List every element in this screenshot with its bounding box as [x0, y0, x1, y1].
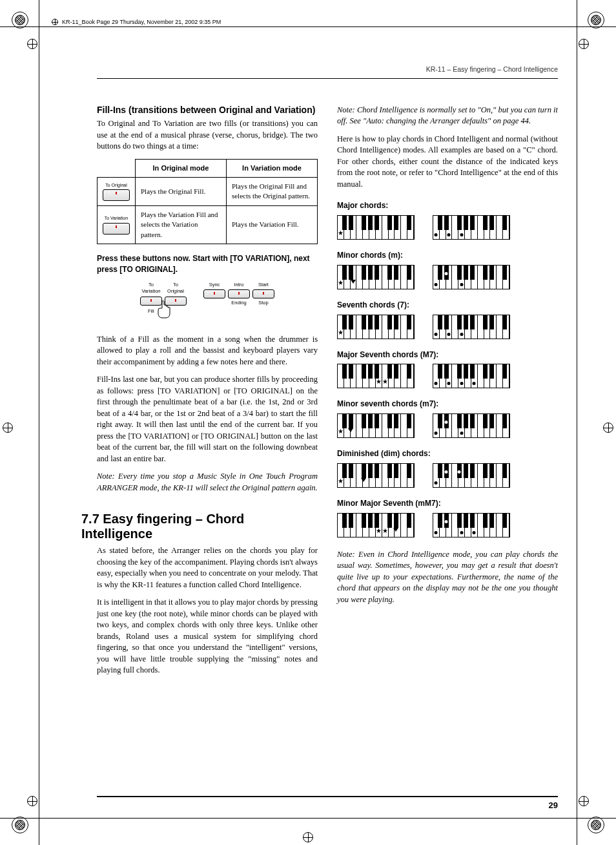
table-row: To Original Plays the Original Fill. Pla…: [98, 178, 318, 206]
registration-mark: [12, 12, 28, 28]
left-column: Fill-Ins (transitions between Original a…: [97, 105, 318, 683]
para: As stated before, the Arranger relies on…: [97, 545, 318, 590]
cell: Plays the Variation Fill.: [226, 205, 317, 244]
cell: Plays the Original Fill and selects the …: [226, 178, 317, 206]
hardware-button-icon: [103, 189, 130, 201]
keyboard-diagram: [433, 215, 510, 240]
chord-label: Minor seventh chords (m7):: [337, 399, 558, 410]
registration-cross: [603, 422, 613, 433]
keyboard-row: ★: [337, 413, 558, 438]
keyboard-row: ★: [337, 265, 558, 289]
registration-cross: [579, 796, 589, 806]
page-content: KR-11 – Easy fingering – Chord Intellige…: [97, 65, 558, 780]
button-diagram: To Variation To Original Fill Sync Intro…: [97, 282, 318, 322]
running-head: KR-11 – Easy fingering – Chord Intellige…: [97, 65, 558, 79]
para: It is intelligent in that it allows you …: [97, 597, 318, 676]
button-label: To Original: [103, 182, 130, 189]
keyboard-diagram: ★: [337, 215, 415, 240]
hardware-button-icon: [252, 289, 274, 298]
keyboard-row: ★: [337, 215, 558, 240]
registration-cross: [27, 796, 37, 806]
row-button-cell: To Original: [98, 178, 136, 206]
hardware-button-icon: [103, 223, 130, 235]
keyboard-diagram: ★★: [337, 513, 415, 537]
chord-label: Seventh chords (7):: [337, 300, 558, 311]
note: Note: Every time you stop a Music Style …: [97, 471, 318, 494]
keyboard-row: ★: [337, 315, 558, 339]
dg-label: Start: [252, 282, 274, 289]
cell: Plays the Original Fill.: [136, 178, 227, 206]
crop-line: [577, 0, 577, 845]
hardware-button-icon: [203, 289, 225, 298]
keyboard-diagram: ★: [337, 315, 415, 339]
heading-chord-intelligence: 7.7 Easy fingering – Chord Intelligence: [81, 512, 318, 541]
keyboard-row: ★: [337, 463, 558, 488]
registration-cross: [303, 832, 313, 842]
oplus-icon: [52, 19, 58, 25]
keyboard-diagram: ★★: [337, 364, 415, 388]
registration-mark: [588, 12, 604, 28]
keyboard-diagram: [433, 413, 510, 438]
crop-line: [0, 26, 616, 27]
registration-mark: [12, 817, 28, 833]
dg-label: To Variation: [140, 282, 162, 295]
cell: Plays the Variation Fill and selects the…: [136, 205, 227, 244]
keyboard-row: ★★: [337, 364, 558, 388]
keyboard-diagram: [433, 364, 510, 388]
keyboard-diagram: [433, 513, 510, 537]
para: Think of a Fill as the moment in a song …: [97, 334, 318, 368]
keyboard-diagram: ★: [337, 463, 415, 488]
keyboard-row: ★★: [337, 513, 558, 537]
note: Note: Even in Chord Intelligence mode, y…: [337, 549, 558, 606]
keyboard-diagram: [433, 315, 510, 339]
dg-label: Sync: [203, 282, 225, 289]
crop-line: [0, 818, 616, 819]
heading-fillins: Fill-Ins (transitions between Original a…: [97, 105, 318, 116]
chord-label: Minor chords (m):: [337, 250, 558, 261]
note: Note: Chord Intelligence is normally set…: [337, 105, 558, 127]
hardware-button-icon: [228, 289, 250, 298]
chord-label: Diminished (dim) chords:: [337, 448, 558, 459]
para: To Original and To Variation are two fil…: [97, 118, 318, 152]
print-header: KR-11_Book Page 29 Thursday, November 21…: [52, 18, 221, 26]
registration-cross: [579, 39, 589, 49]
chord-label: Minor Major Seventh (mM7):: [337, 498, 558, 509]
keyboard-diagram: [433, 265, 510, 289]
keyboard-diagram: [433, 463, 510, 488]
table-row: To Variation Plays the Variation Fill an…: [98, 205, 318, 244]
right-column: Note: Chord Intelligence is normally set…: [337, 105, 558, 683]
row-button-cell: To Variation: [98, 205, 136, 244]
para: Fill-Ins last one bar, but you can produ…: [97, 374, 318, 464]
dg-label: To Original: [165, 282, 187, 295]
chord-label: Major chords:: [337, 200, 558, 211]
registration-cross: [3, 422, 13, 433]
button-label: To Variation: [103, 215, 130, 222]
th-blank: [98, 159, 136, 177]
registration-cross: [27, 39, 37, 49]
dg-label: Ending: [228, 300, 250, 307]
crop-line: [39, 0, 39, 845]
fill-table: In Original mode In Variation mode To Or…: [97, 159, 318, 244]
para: Here is how to play chords in Chord Inte…: [337, 134, 558, 191]
finger-press-icon: Fill: [140, 303, 192, 322]
dg-label: Intro: [228, 282, 250, 289]
keyboard-diagram: ★: [337, 265, 415, 289]
th-variation: In Variation mode: [226, 159, 317, 177]
instruction: Press these buttons now. Start with [TO …: [97, 253, 318, 275]
th-original: In Original mode: [136, 159, 227, 177]
print-header-text: KR-11_Book Page 29 Thursday, November 21…: [62, 18, 221, 26]
chord-label: Major Seventh chords (M7):: [337, 349, 558, 360]
registration-mark: [588, 817, 604, 833]
keyboard-diagram: ★: [337, 413, 415, 438]
chord-examples: Major chords:★Minor chords (m):★Seventh …: [337, 200, 558, 537]
dg-label: Stop: [252, 300, 274, 307]
page-number: 29: [97, 796, 558, 811]
